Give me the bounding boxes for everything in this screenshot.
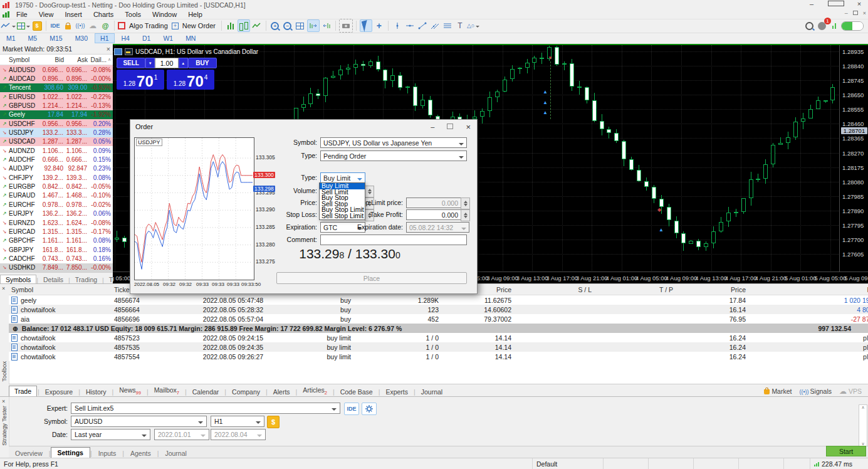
vps-link[interactable]: ☁ VPS <box>839 387 862 396</box>
market-watch-row-GBPJPY[interactable]: ↘GBPJPY161.8...161.8...0.18% <box>0 245 113 254</box>
market-watch-row-AUDNZD[interactable]: ↘AUDNZD1.106...1.106...0.09% <box>0 146 113 155</box>
dialog-close-icon[interactable]: × <box>466 122 471 132</box>
timeframe-H1[interactable]: H1 <box>95 33 114 43</box>
market-watch-close-icon[interactable]: × <box>107 45 110 53</box>
buy-button[interactable]: BUY <box>188 58 217 68</box>
cloud-icon[interactable]: ☁ <box>87 20 98 31</box>
trade-row[interactable]: chowtaifook48575232022.08.05 09:24:15buy… <box>9 333 868 342</box>
trade-row[interactable]: geely48566742022.08.05 05:47:48buy1.289K… <box>9 295 868 305</box>
mw-column-1[interactable]: Bid <box>40 56 65 63</box>
toolbox-tab-journal[interactable]: Journal <box>416 387 447 397</box>
market-watch-row-Tencent[interactable]: ↗Tencent308.60309.00-0.93% <box>0 83 113 92</box>
market-watch-row-EURJPY[interactable]: ↗EURJPY136.2...136.2...0.06% <box>0 209 113 218</box>
timeframe-M30[interactable]: M30 <box>70 33 93 43</box>
new-chart-icon[interactable] <box>1 20 16 31</box>
toolbox-tab-alerts[interactable]: Alerts <box>268 387 295 397</box>
timeframe-M15[interactable]: M15 <box>44 33 68 43</box>
screenshot-icon[interactable] <box>339 19 353 33</box>
trade-col-8[interactable]: Price <box>676 286 748 293</box>
trade-col-9[interactable]: Profit <box>748 286 868 293</box>
minimize-button[interactable]: – <box>804 0 819 8</box>
toolbox-tab-code-base[interactable]: Code Base <box>335 387 378 397</box>
toolbox-tab-exposure[interactable]: Exposure <box>40 387 78 397</box>
volume-spinner[interactable] <box>365 186 374 198</box>
broadcast-icon[interactable]: ((•)) <box>75 20 86 31</box>
trendline-tool-icon[interactable] <box>417 20 428 31</box>
market-watch-row-Geely[interactable]: ↗Geely17.8417.94-1.92% <box>0 110 113 119</box>
connection-toggle[interactable] <box>841 20 864 31</box>
take-profit-field[interactable]: 0.000 <box>406 209 461 220</box>
order-type-option-sell-stop-limit[interactable]: Sell Stop Limit <box>320 213 365 219</box>
shapes-tool-icon[interactable]: △○ <box>467 20 479 31</box>
volume-input[interactable]: 1.00 <box>155 58 179 68</box>
toolbox-tab-mailbox[interactable]: Mailbox7 <box>149 385 184 397</box>
deposit-settings-button[interactable]: $ <box>267 416 280 428</box>
market-watch-columns[interactable]: SymbolBidAskDail...∧ <box>0 55 113 65</box>
market-watch-row-EURNZD[interactable]: ↘EURNZD1.623...1.624...-0.08% <box>0 218 113 227</box>
market-watch-row-EURCHF[interactable]: ↗EURCHF0.978...0.978...-0.02% <box>0 200 113 209</box>
toolbox-tab-experts[interactable]: Experts <box>380 387 413 397</box>
chart-shift-icon[interactable] <box>321 20 332 31</box>
close-button[interactable]: × <box>852 0 867 8</box>
tester-tab-journal[interactable]: Journal <box>159 448 192 458</box>
date-range-select[interactable]: Last year <box>71 429 150 440</box>
timeframe-D1[interactable]: D1 <box>137 33 156 43</box>
market-watch-row-USDHKD[interactable]: ↘USDHKD7.849...7.850...-0.00% <box>0 263 113 272</box>
mw-column-0[interactable]: Symbol <box>9 56 40 63</box>
mw-tab-details[interactable]: Details <box>38 275 68 284</box>
menu-view[interactable]: View <box>33 11 60 18</box>
sell-button[interactable]: SELL <box>117 58 145 68</box>
market-watch-toggle-icon[interactable]: $ <box>31 20 43 31</box>
menu-window[interactable]: Window <box>147 11 182 18</box>
trade-row[interactable]: chowtaifook48575352022.08.05 09:24:35buy… <box>9 342 868 352</box>
bar-chart-mode-icon[interactable] <box>225 20 236 31</box>
expert-settings-button[interactable] <box>362 403 377 415</box>
timeframe-M5[interactable]: M5 <box>23 33 43 43</box>
trade-row[interactable]: chowtaifook48575542022.08.05 09:26:27buy… <box>9 352 868 361</box>
line-chart-mode-icon[interactable] <box>251 20 263 31</box>
order-kind-select[interactable]: Pending Order <box>320 150 467 161</box>
menu-insert[interactable]: Insert <box>59 11 88 18</box>
new-order-button[interactable]: +New Order <box>172 20 218 31</box>
mw-column-2[interactable]: Ask <box>65 56 89 63</box>
market-watch-row-CHFJPY[interactable]: ↘CHFJPY139.2...139.3...0.08% <box>0 173 113 182</box>
auto-scroll-icon[interactable] <box>307 19 320 32</box>
trade-col-7[interactable]: T / P <box>594 286 676 293</box>
levels-icon[interactable] <box>829 20 840 31</box>
start-button[interactable]: Start <box>826 446 866 456</box>
symbol-select[interactable]: USDJPY, US Dollar vs Japanese Yen <box>320 137 467 148</box>
toolbox-tab-calendar[interactable]: Calendar <box>187 387 224 397</box>
market-watch-row-USDCAD[interactable]: ↗USDCAD1.287...1.287...0.05% <box>0 137 113 146</box>
market-watch-row-EURAUD[interactable]: ↗EURAUD1.467...1.468...-0.10% <box>0 191 113 200</box>
market-watch-row-USDCHF[interactable]: ↗USDCHF0.956...0.956...0.20% <box>0 119 113 128</box>
maximize-button[interactable] <box>828 0 843 8</box>
expert-select[interactable]: Sell Limit.ex5 <box>71 403 340 414</box>
tester-scrollbar[interactable]: ∧∨ <box>859 404 867 447</box>
mw-column-3[interactable]: Dail... <box>89 56 108 63</box>
market-watch-row-AUDCHF[interactable]: ↗AUDCHF0.666...0.666...0.15% <box>0 155 113 164</box>
candlestick-mode-icon[interactable] <box>238 19 250 32</box>
place-button[interactable]: Place <box>276 272 467 284</box>
buy-price-display[interactable]: 1.28704 <box>167 70 214 90</box>
trade-row[interactable]: aia48566962022.08.05 05:57:04buy45279.37… <box>9 314 868 324</box>
menu-tools[interactable]: Tools <box>119 11 147 18</box>
dialog-minimize-icon[interactable]: – <box>431 123 434 130</box>
comment-input[interactable] <box>320 234 467 245</box>
sell-price-display[interactable]: 1.28701 <box>117 70 164 90</box>
market-link[interactable]: Market <box>764 387 792 395</box>
volume-up-stepper[interactable]: ▲ <box>179 58 188 68</box>
toolbox-tab-news[interactable]: News99 <box>114 385 146 397</box>
text-tool-icon[interactable]: T <box>454 20 466 31</box>
market-watch-row-CADCHF[interactable]: ↗CADCHF0.743...0.743...0.16% <box>0 254 113 263</box>
market-watch-row-EURUSD[interactable]: ↗EURUSD1.022...1.022...-0.22% <box>0 92 113 101</box>
toolbox-tab-history[interactable]: History <box>81 387 112 397</box>
take-profit-spinner[interactable] <box>461 209 470 221</box>
zoom-out-icon[interactable]: − <box>282 20 293 31</box>
trade-row[interactable]: chowtaifook48566642022.08.05 05:28:32buy… <box>9 305 868 314</box>
toolbox-tab-articles[interactable]: Articles2 <box>298 385 332 397</box>
tester-tab-settings[interactable]: Settings <box>51 447 90 458</box>
market-watch-row-GBPUSD[interactable]: ↗GBPUSD1.214...1.214...-0.13% <box>0 101 113 110</box>
tester-symbol-select[interactable]: AUDUSD <box>71 416 207 427</box>
market-watch-row-GBPCHF[interactable]: ↗GBPCHF1.161...1.161...0.08% <box>0 236 113 245</box>
tile-windows-icon[interactable] <box>295 20 306 31</box>
